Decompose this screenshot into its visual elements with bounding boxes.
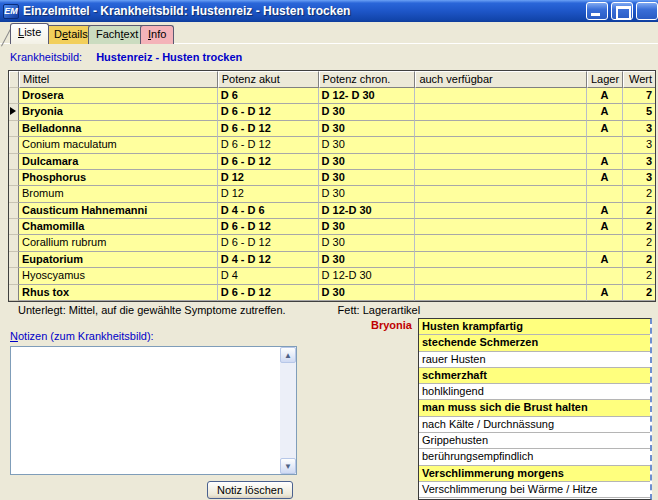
tab-info[interactable]: Info: [140, 25, 174, 44]
maximize-button[interactable]: [611, 2, 633, 20]
cell-mittel: Chamomilla: [19, 219, 218, 235]
cell-lager: A: [587, 88, 623, 104]
window-title: Einzelmittel - Krankheitsbild: Hustenrei…: [23, 4, 350, 18]
cell-verfuegbar: [415, 104, 587, 120]
delete-note-button[interactable]: Notiz löschen: [207, 481, 293, 499]
notes-label: Notizen (zum Krankheitsbild):: [10, 330, 154, 342]
table-row[interactable]: BromumD 12D 302: [9, 186, 655, 202]
row-selector[interactable]: [9, 285, 19, 301]
cell-verfuegbar: [415, 88, 587, 104]
cell-akut: D 6 - D 12: [218, 121, 319, 137]
cell-verfuegbar: [415, 285, 587, 301]
cell-wert: 3: [623, 121, 655, 137]
cell-chron: D 12- D 30: [319, 88, 416, 104]
column-header-verf[interactable]: auch verfügbar: [415, 71, 587, 88]
cell-akut: D 6 - D 12: [218, 219, 319, 235]
cell-lager: A: [587, 203, 623, 219]
table-row[interactable]: HyoscyamusD 4D 12-D 302: [9, 268, 655, 284]
table-header-row: MittelPotenz akutPotenz chron.auch verfü…: [9, 71, 655, 88]
symptom-item[interactable]: Verschlimmerung morgens: [419, 466, 650, 482]
cell-verfuegbar: [415, 121, 587, 137]
symptom-item[interactable]: Verschlimmerung bei Wärme / Hitze: [419, 482, 650, 498]
close-button[interactable]: [636, 2, 658, 20]
symptom-item[interactable]: rauer Husten: [419, 352, 650, 368]
cell-lager: A: [587, 154, 623, 170]
cell-akut: D 6 - D 12: [218, 235, 319, 251]
row-selector[interactable]: [9, 219, 19, 235]
cell-verfuegbar: [415, 203, 587, 219]
row-selector[interactable]: [9, 186, 19, 202]
notes-scrollbar[interactable]: ▲ ▼: [280, 347, 296, 474]
table-row[interactable]: DroseraD 6D 12- D 30A7: [9, 88, 655, 104]
krankheitsbild-row: Krankheitsbild:Hustenreiz - Husten trock…: [10, 51, 242, 63]
cell-lager: [587, 268, 623, 284]
cell-chron: D 12-D 30: [319, 203, 416, 219]
cell-akut: D 4 - D 12: [218, 252, 319, 268]
row-selector[interactable]: [9, 268, 19, 284]
cell-mittel: Corallium rubrum: [19, 235, 218, 251]
row-selector[interactable]: [9, 170, 19, 186]
symptom-item[interactable]: stechende Schmerzen: [419, 335, 650, 351]
cell-akut: D 6 - D 12: [218, 137, 319, 153]
symptom-item[interactable]: hohlklingend: [419, 384, 650, 400]
table-row[interactable]: ChamomillaD 6 - D 12D 30A2: [9, 219, 655, 235]
notes-textarea[interactable]: ▲ ▼: [10, 346, 297, 475]
cell-chron: D 30: [319, 137, 416, 153]
cell-verfuegbar: [415, 137, 587, 153]
table-row[interactable]: Conium maculatumD 6 - D 12D 303: [9, 137, 655, 153]
cell-mittel: Dulcamara: [19, 154, 218, 170]
tab-liste[interactable]: Liste: [10, 23, 49, 44]
tab-fachtext[interactable]: Fachtext: [88, 25, 146, 44]
table-row[interactable]: PhosphorusD 12D 30A3: [9, 170, 655, 186]
cell-chron: D 30: [319, 170, 416, 186]
cell-lager: A: [587, 104, 623, 120]
table-row[interactable]: Corallium rubrumD 6 - D 12D 302: [9, 235, 655, 251]
column-header-akut[interactable]: Potenz akut: [218, 71, 319, 88]
row-selector[interactable]: [9, 252, 19, 268]
table-row[interactable]: EupatoriumD 4 - D 12D 30A2: [9, 252, 655, 268]
row-selector[interactable]: [9, 154, 19, 170]
cell-akut: D 6 - D 12: [218, 104, 319, 120]
scroll-down-icon[interactable]: ▼: [280, 458, 296, 474]
remedy-name-label: Bryonia: [340, 319, 412, 331]
row-selector[interactable]: [9, 203, 19, 219]
symptom-item[interactable]: berührungsempfindlich: [419, 449, 650, 465]
cell-akut: D 4: [218, 268, 319, 284]
row-selector[interactable]: [9, 88, 19, 104]
row-selector[interactable]: [9, 104, 19, 120]
cell-mittel: Rhus tox: [19, 285, 218, 301]
row-selector[interactable]: [9, 121, 19, 137]
cell-akut: D 4 - D 6: [218, 203, 319, 219]
cell-verfuegbar: [415, 186, 587, 202]
symptom-item[interactable]: schmerzhaft: [419, 368, 650, 384]
cell-lager: [587, 235, 623, 251]
minimize-button[interactable]: [586, 2, 608, 20]
cell-akut: D 6 - D 12: [218, 285, 319, 301]
scroll-up-icon[interactable]: ▲: [280, 347, 296, 363]
column-header-wert[interactable]: Wert: [623, 71, 655, 88]
cell-akut: D 12: [218, 186, 319, 202]
cell-lager: A: [587, 252, 623, 268]
symptom-item[interactable]: nach Kälte / Durchnässung: [419, 417, 650, 433]
cell-lager: A: [587, 121, 623, 137]
cell-mittel: Drosera: [19, 88, 218, 104]
symptom-item[interactable]: Husten krampfartig: [419, 319, 650, 335]
column-header-mittel[interactable]: Mittel: [19, 71, 218, 88]
table-row[interactable]: BelladonnaD 6 - D 12D 30A3: [9, 121, 655, 137]
cell-chron: D 12-D 30: [319, 268, 416, 284]
column-header-lager[interactable]: Lager: [587, 71, 623, 88]
symptom-list: Husten krampfartigstechende Schmerzenrau…: [418, 318, 652, 500]
cell-mittel: Belladonna: [19, 121, 218, 137]
table-row[interactable]: BryoniaD 6 - D 12D 30A5: [9, 104, 655, 120]
cell-chron: D 30: [319, 154, 416, 170]
cell-chron: D 30: [319, 285, 416, 301]
symptom-item[interactable]: Grippehusten: [419, 433, 650, 449]
table-row[interactable]: Causticum HahnemanniD 4 - D 6D 12-D 30A2: [9, 203, 655, 219]
column-header-chron[interactable]: Potenz chron.: [319, 71, 416, 88]
row-selector[interactable]: [9, 235, 19, 251]
row-selector[interactable]: [9, 137, 19, 153]
table-row[interactable]: Rhus toxD 6 - D 12D 30A2: [9, 285, 655, 301]
table-row[interactable]: DulcamaraD 6 - D 12D 30A3: [9, 154, 655, 170]
cell-verfuegbar: [415, 235, 587, 251]
symptom-item[interactable]: man muss sich die Brust halten: [419, 400, 650, 416]
